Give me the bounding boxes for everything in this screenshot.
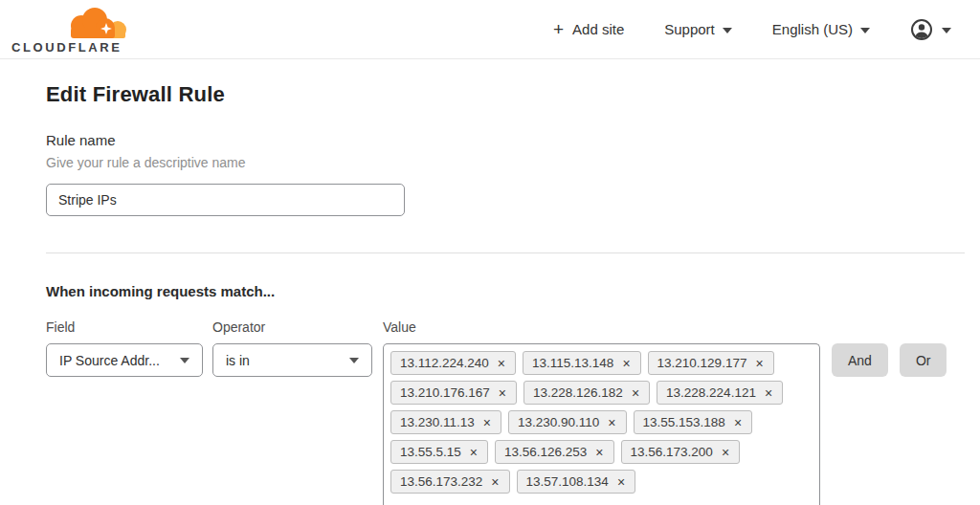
remove-tag-icon[interactable]: × [734, 416, 742, 429]
remove-tag-icon[interactable]: × [483, 416, 491, 429]
plus-icon: + [553, 20, 564, 38]
remove-tag-icon[interactable]: × [499, 386, 506, 400]
or-button[interactable]: Or [900, 343, 947, 377]
ip-tag-label: 13.112.224.240 [400, 356, 489, 370]
remove-tag-icon[interactable]: × [608, 416, 615, 429]
add-site-button[interactable]: + Add site [553, 20, 624, 38]
ip-tag-label: 13.115.13.148 [532, 356, 613, 370]
caret-down-icon [860, 28, 870, 33]
section-divider [46, 252, 965, 253]
operator-select[interactable]: is in [212, 343, 372, 377]
ip-tag-label: 13.210.176.167 [400, 385, 490, 400]
field-column: Field IP Source Addr... [46, 319, 203, 377]
remove-tag-icon[interactable]: × [491, 475, 499, 489]
value-column: Value 13.112.224.240 × 13.115.13.148 × 1… [383, 319, 820, 505]
ip-tag-label: 13.57.108.134 [526, 474, 609, 489]
top-nav-menu: + Add site Support English (US) [553, 18, 951, 41]
support-menu[interactable]: Support [664, 21, 732, 37]
language-menu[interactable]: English (US) [772, 21, 870, 37]
rule-builder-row: Field IP Source Addr... Operator is in V… [46, 319, 980, 505]
remove-tag-icon[interactable]: × [470, 446, 478, 459]
ip-tag: 13.210.176.167 × [390, 381, 517, 405]
ip-tag: 13.210.129.177 × [648, 351, 774, 375]
rule-name-input[interactable] [46, 184, 405, 216]
account-menu[interactable] [910, 18, 951, 41]
ip-tag-label: 13.56.173.232 [400, 474, 482, 489]
cloudflare-logo-text: CLOUDFLARE [11, 41, 122, 54]
field-select[interactable]: IP Source Addr... [46, 343, 203, 377]
ip-tag-label: 13.56.126.253 [504, 445, 587, 459]
ip-tag: 13.55.5.15 × [390, 440, 488, 464]
ip-tag-label: 13.56.173.200 [631, 445, 713, 459]
ip-tag-label: 13.55.153.188 [643, 415, 725, 429]
caret-down-icon [349, 358, 359, 363]
support-label: Support [664, 21, 715, 37]
ip-tag: 13.56.173.200 × [621, 440, 741, 464]
add-site-label: Add site [572, 21, 624, 37]
operator-column: Operator is in [212, 319, 372, 377]
user-avatar-icon [910, 18, 933, 41]
ip-tag: 13.228.224.121 × [657, 381, 783, 405]
caret-down-icon [942, 28, 951, 33]
page-title: Edit Firewall Rule [46, 82, 980, 107]
rule-name-helper: Give your rule a descriptive name [46, 155, 980, 170]
ip-tag-label: 13.55.5.15 [400, 445, 461, 459]
field-selected-value: IP Source Addr... [59, 353, 160, 368]
value-tag-input[interactable]: 13.112.224.240 × 13.115.13.148 × 13.210.… [383, 343, 820, 505]
remove-tag-icon[interactable]: × [617, 475, 625, 489]
ip-tag-label: 13.228.224.121 [666, 385, 756, 400]
field-label: Field [46, 319, 203, 335]
and-button[interactable]: And [832, 343, 888, 377]
ip-tag: 13.112.224.240 × [390, 351, 516, 375]
remove-tag-icon[interactable]: × [632, 386, 639, 400]
ip-tag: 13.56.126.253 × [495, 440, 614, 464]
remove-tag-icon[interactable]: × [722, 446, 729, 459]
caret-down-icon [180, 358, 189, 363]
ip-tag-label: 13.230.11.13 [400, 415, 475, 429]
cloudflare-logo[interactable]: CLOUDFLARE [11, 6, 132, 54]
ip-tag-label: 13.210.129.177 [657, 356, 747, 370]
remove-tag-icon[interactable]: × [498, 357, 505, 370]
ip-tag: 13.57.108.134 × [517, 470, 636, 494]
rule-name-label: Rule name [46, 132, 980, 148]
ip-tag: 13.115.13.148 × [523, 351, 641, 375]
main-content: Edit Firewall Rule Rule name Give your r… [0, 59, 980, 505]
ip-tag: 13.230.11.13 × [390, 410, 501, 434]
caret-down-icon [723, 28, 732, 33]
value-label: Value [383, 319, 820, 335]
operator-label: Operator [212, 319, 372, 335]
cloudflare-cloud-icon [61, 6, 132, 40]
match-heading: When incoming requests match... [46, 283, 980, 299]
ip-tag: 13.228.126.182 × [523, 381, 650, 405]
operator-selected-value: is in [226, 353, 250, 368]
top-navigation-bar: CLOUDFLARE + Add site Support English (U… [0, 0, 980, 59]
ip-tag: 13.56.173.232 × [390, 470, 510, 494]
remove-tag-icon[interactable]: × [622, 357, 630, 370]
remove-tag-icon[interactable]: × [755, 357, 763, 370]
language-label: English (US) [772, 21, 853, 37]
remove-tag-icon[interactable]: × [765, 386, 772, 400]
ip-tag: 13.55.153.188 × [634, 410, 753, 434]
connector-buttons: And Or [832, 343, 947, 377]
ip-tag-label: 13.230.90.110 [518, 415, 599, 429]
remove-tag-icon[interactable]: × [595, 446, 603, 459]
ip-tag: 13.230.90.110 × [508, 410, 627, 434]
ip-tag-label: 13.228.126.182 [533, 385, 623, 400]
